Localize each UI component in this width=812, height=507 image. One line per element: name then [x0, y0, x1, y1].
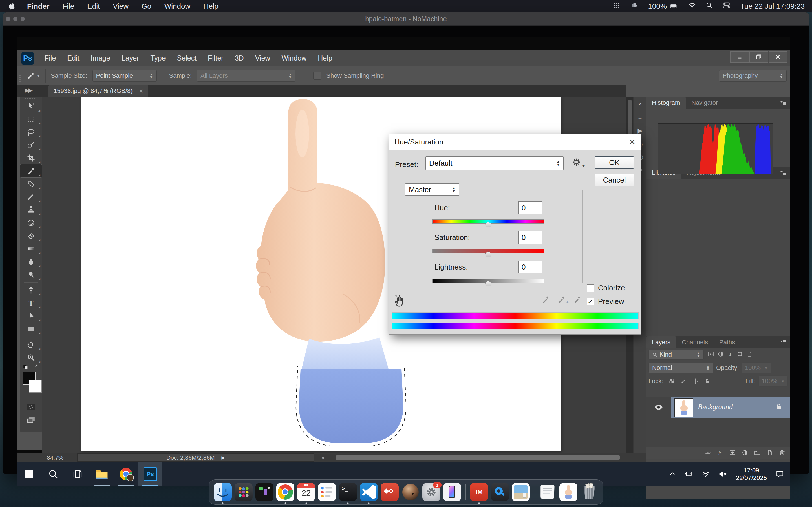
wifi-icon[interactable] [702, 470, 710, 478]
gradient-tool[interactable]: ◢ [20, 242, 42, 255]
tab-layers[interactable]: Layers [646, 336, 676, 348]
ps-menu-type[interactable]: Type [150, 54, 165, 62]
tab-paths[interactable]: Paths [714, 336, 741, 348]
minimize-button[interactable] [730, 51, 749, 62]
dock-item-photo-preview[interactable] [512, 483, 530, 501]
macos-menu-go[interactable]: Go [142, 2, 151, 11]
taskbar-search-button[interactable] [41, 462, 65, 486]
add-mask-icon[interactable] [729, 449, 736, 457]
ps-menu-filter[interactable]: Filter [208, 54, 223, 62]
close-icon[interactable]: ✕ [139, 88, 143, 94]
sample-layers-dropdown[interactable]: All Layers ▲▼ [197, 70, 296, 82]
fill-value[interactable]: 100%▼ [758, 376, 788, 387]
panel-menu-icon[interactable] [780, 100, 786, 106]
adjustment-layer-icon[interactable] [742, 449, 748, 457]
battery-indicator[interactable]: 100% [648, 2, 679, 11]
horizontal-scrollbar-thumb[interactable] [336, 455, 620, 460]
dock-item-window-manager[interactable] [255, 483, 273, 501]
filter-shape-layers-icon[interactable] [737, 351, 743, 358]
dock-item-finder[interactable] [214, 483, 232, 501]
ps-menu-window[interactable]: Window [282, 54, 306, 62]
pen-tool[interactable]: ◢ [20, 284, 42, 297]
restore-button[interactable] [749, 51, 768, 62]
new-group-icon[interactable] [754, 449, 761, 457]
shape-tool[interactable]: ◢ [20, 323, 42, 335]
layer-filter-kind-dropdown[interactable]: Kind ▲▼ [649, 349, 704, 360]
tab-histogram[interactable]: Histogram [646, 97, 686, 109]
macos-menu-finder[interactable]: Finder [27, 2, 49, 11]
photoshop-taskbar-button[interactable]: Ps [138, 462, 162, 486]
dock-item-nomachine[interactable]: !M [470, 483, 488, 501]
filter-adjustment-layers-icon[interactable] [717, 351, 724, 358]
start-button[interactable] [17, 462, 41, 486]
dock-item-downloads-stack[interactable] [539, 483, 557, 501]
ps-menu-3d[interactable]: 3D [235, 54, 244, 62]
layer-thumbnail[interactable] [674, 398, 693, 417]
dock-item-iphone-mirroring[interactable] [443, 483, 461, 501]
macos-menu-window[interactable]: Window [164, 2, 190, 11]
ps-menu-view[interactable]: View [255, 54, 270, 62]
layer-row-background[interactable]: Background [646, 397, 790, 418]
task-view-button[interactable] [65, 462, 90, 486]
apple-logo-icon[interactable] [8, 2, 16, 10]
brush-tool[interactable]: ◢ [20, 190, 42, 203]
background-color-swatch[interactable] [29, 380, 42, 393]
blend-mode-dropdown[interactable]: Normal▲▼ [649, 362, 713, 373]
filter-smart-objects-icon[interactable] [746, 351, 753, 358]
ps-menu-help[interactable]: Help [318, 54, 332, 62]
macos-menu-edit[interactable]: Edit [87, 2, 100, 11]
macos-menu-file[interactable]: File [62, 2, 74, 11]
on-image-adjust-icon[interactable] [395, 294, 407, 308]
lock-position-icon[interactable] [691, 378, 700, 385]
clone-stamp-tool[interactable]: ◢ [20, 203, 42, 216]
dock-item-terminal[interactable]: >_ [339, 483, 357, 501]
layer-visibility-eye-icon[interactable] [646, 404, 671, 410]
eyedropper-tool-icon[interactable]: ▼ [27, 71, 40, 80]
macos-menu-help[interactable]: Help [203, 2, 218, 11]
document-sizes[interactable]: Doc: 2,86M/2,86M ▶ [77, 453, 314, 462]
crop-tool[interactable]: ◢ [20, 152, 42, 165]
dock-item-launchpad[interactable] [235, 483, 253, 501]
dock-item-sphere-app[interactable] [402, 483, 419, 501]
layer-style-icon[interactable]: fx [717, 449, 723, 457]
path-selection-tool[interactable]: ◢ [20, 309, 42, 323]
wifi-icon[interactable] [688, 1, 696, 11]
screen-mode-button[interactable] [20, 413, 42, 427]
collapse-toolbar-icon[interactable]: ▶▶ [25, 87, 32, 94]
ps-menu-edit[interactable]: Edit [67, 54, 79, 62]
rectangular-marquee-tool[interactable]: ◢ [20, 113, 42, 126]
onedrive-cloud-icon[interactable] [629, 2, 639, 11]
dock-item-vscode[interactable] [360, 483, 378, 501]
dialog-titlebar[interactable]: Hue/Saturation ✕ [389, 134, 641, 150]
colorize-checkbox[interactable] [587, 284, 594, 292]
dock-item-chrome[interactable] [276, 483, 294, 501]
filter-pixel-layers-icon[interactable] [708, 351, 714, 358]
sat-value-input[interactable]: 0 [518, 231, 542, 244]
collapse-panels-icon[interactable]: « [633, 97, 647, 110]
lock-transparent-pixels-icon[interactable] [667, 378, 676, 385]
layer-name[interactable]: Background [698, 403, 733, 411]
action-center-icon[interactable] [775, 469, 784, 478]
nomachine-titlebar[interactable]: hpaio-batmen - NoMachine [3, 12, 809, 25]
macos-menu-view[interactable]: View [113, 2, 129, 11]
apps-grid-icon[interactable] [613, 2, 620, 11]
dock-item-system-settings[interactable]: 1 [422, 483, 441, 501]
ps-menu-file[interactable]: File [45, 54, 56, 62]
preset-options-gear-icon[interactable]: ▼ [571, 157, 586, 168]
link-layers-icon[interactable] [704, 449, 711, 457]
move-tool[interactable]: ◢ [20, 100, 42, 113]
ps-menu-select[interactable]: Select [177, 54, 197, 62]
display-connection-icon[interactable] [684, 470, 693, 478]
ps-menu-layer[interactable]: Layer [121, 54, 139, 62]
lock-image-pixels-icon[interactable] [679, 378, 688, 385]
hand-tool[interactable]: ◢ [20, 338, 42, 351]
cancel-button[interactable]: Cancel [595, 174, 634, 186]
eraser-tool[interactable]: ◢ [20, 229, 42, 242]
dock-item-calendar[interactable]: JUL22 [297, 483, 315, 501]
sample-size-dropdown[interactable]: Point Sample ▲▼ [93, 70, 157, 82]
tab-channels[interactable]: Channels [676, 336, 714, 348]
hue-value-input[interactable]: 0 [518, 202, 542, 214]
new-layer-icon[interactable] [766, 449, 773, 457]
dock-item-quicktime[interactable] [491, 483, 509, 501]
opacity-value[interactable]: 100%▼ [742, 362, 771, 374]
